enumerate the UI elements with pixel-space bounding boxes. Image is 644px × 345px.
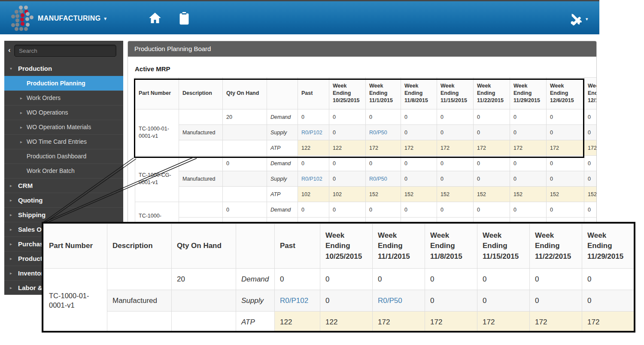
column-header <box>236 224 275 269</box>
logo-dot <box>11 23 15 27</box>
column-header: Week Ending 11/15/2015 <box>437 78 474 109</box>
sidebar-item-label: Shipping <box>18 211 46 218</box>
logo-dot <box>19 6 23 9</box>
sidebar-item-label: Production Planning <box>27 80 85 87</box>
sidebar-item-wo-operations[interactable]: ▸WO Operations <box>4 105 123 120</box>
qty-on-hand-cell <box>223 125 267 140</box>
sidebar-item-label: WO Time Card Entries <box>27 138 87 145</box>
sidebar-item-wo-operation-materials[interactable]: ▸WO Operation Materials <box>4 120 123 134</box>
caret-right-icon: ▸ <box>20 135 22 149</box>
logo-dot <box>15 10 18 14</box>
chevron-down-icon: ▾ <box>104 16 107 21</box>
sidebar-item-quoting[interactable]: ▸Quoting <box>4 193 123 207</box>
value-cell: 0 <box>298 156 329 171</box>
panel-title: Production Planning Board <box>128 41 596 57</box>
value-cell: 152 <box>584 187 597 202</box>
value-cell: 0 <box>437 202 474 218</box>
admin-tools-dropdown[interactable]: ▾ <box>569 11 594 27</box>
value-cell: 152 <box>437 187 474 202</box>
logo-dot <box>26 12 30 16</box>
qty-on-hand-cell: 0 <box>223 156 267 171</box>
caret-right-icon: ▸ <box>20 120 22 134</box>
page: { "navbar": { "brand": "MANUFACTURING", … <box>0 0 644 345</box>
caret-right-icon: ▸ <box>10 208 12 222</box>
search-input[interactable] <box>14 45 116 57</box>
value-cell: 0 <box>275 269 320 290</box>
sidebar-item-work-orders[interactable]: ▸Work Orders <box>4 91 123 105</box>
supply-order-link[interactable]: R0/P50 <box>369 176 387 182</box>
supply-order-link[interactable]: R0/P50 <box>369 130 387 136</box>
value-cell: 0 <box>425 290 477 312</box>
supply-order-link[interactable]: R0/P102 <box>301 176 322 182</box>
value-cell: 0 <box>510 125 547 140</box>
column-header: Week Ending 11/1/2015 <box>366 78 401 109</box>
sidebar-item-wo-time-card-entries[interactable]: ▸WO Time Card Entries <box>4 134 123 149</box>
brand-logo-icon[interactable] <box>11 6 34 31</box>
value-cell: 152 <box>510 187 547 202</box>
caret-right-icon: ▸ <box>20 106 22 120</box>
value-cell: 122 <box>275 312 320 333</box>
sidebar-item-crm[interactable]: ▸CRM <box>4 178 123 193</box>
qty-on-hand-cell <box>172 312 236 333</box>
sidebar-item-production[interactable]: ▾Production <box>4 61 123 76</box>
value-cell: R0/P50 <box>373 290 425 312</box>
logo-dot <box>21 13 24 17</box>
value-cell: 0 <box>474 109 510 125</box>
logo-dot <box>15 18 19 22</box>
mrp-row: TC-1000-0Demand000000000 <box>135 202 597 218</box>
collapse-sidebar-icon[interactable]: ‹ <box>8 46 11 54</box>
qty-on-hand-cell: 0 <box>223 202 267 218</box>
value-cell: 0 <box>329 125 366 140</box>
sidebar-item-shipping[interactable]: ▸Shipping <box>4 207 123 222</box>
value-cell: 0 <box>474 171 510 187</box>
column-header: Description <box>107 224 172 269</box>
sidebar-item-work-order-batch[interactable]: Work Order Batch <box>4 163 123 178</box>
value-cell: 0 <box>401 171 437 187</box>
sidebar-item-label: Product <box>18 255 43 262</box>
clipboard-button[interactable] <box>178 12 192 26</box>
value-cell: 172 <box>366 140 401 156</box>
value-cell: 152 <box>366 187 401 202</box>
logo-dot <box>20 18 24 21</box>
value-cell: 0 <box>320 269 373 290</box>
value-cell: 172 <box>582 312 634 333</box>
value-cell: 0 <box>437 109 474 125</box>
caret-right-icon: ▸ <box>10 251 12 266</box>
value-cell: 172 <box>510 140 547 156</box>
column-header: Past <box>275 224 320 269</box>
sidebar-item-label: WO Operation Materials <box>27 124 91 130</box>
sidebar-item-production-planning[interactable]: Production Planning <box>4 76 123 91</box>
value-cell: 0 <box>437 171 474 187</box>
mrp-row: ATP122122172172172172172172172 <box>135 140 597 156</box>
mrp-row: ATP102102152152152152152152152 <box>135 187 597 202</box>
row-label-cell: ATP <box>267 187 298 202</box>
sidebar-search-row: ‹ <box>4 41 123 61</box>
mrp-row: ManufacturedSupplyR0/P1020R0/P50000000 <box>135 171 597 187</box>
mrp-row: TC-1000-CG-0001-v10Demand000000000 <box>135 156 597 171</box>
value-cell: 0 <box>584 125 597 140</box>
description-cell <box>179 187 223 202</box>
column-header: Week Ending 11/8/2015 <box>425 224 477 269</box>
module-dropdown-label: MANUFACTURING <box>38 15 101 22</box>
row-label-cell: Supply <box>236 290 275 312</box>
value-cell: 0 <box>510 171 547 187</box>
value-cell: 0 <box>530 290 582 312</box>
value-cell: 0 <box>477 290 530 312</box>
qty-on-hand-cell <box>223 187 267 202</box>
supply-order-link[interactable]: R0/P102 <box>301 130 322 136</box>
logo-dot <box>15 14 19 18</box>
module-dropdown[interactable]: MANUFACTURING ▾ <box>38 1 106 36</box>
sidebar-item-production-dashboard[interactable]: Production Dashboard <box>4 149 123 163</box>
value-cell: 172 <box>474 140 510 156</box>
home-button[interactable] <box>149 12 163 26</box>
column-header: Qty On Hand <box>172 224 236 269</box>
supply-order-link: R0/P102 <box>280 297 308 305</box>
row-label-cell: ATP <box>267 140 298 156</box>
value-cell: 0 <box>474 202 510 218</box>
value-cell: 102 <box>298 187 329 202</box>
value-cell: R0/P102 <box>298 125 329 140</box>
section-heading: Active MRP <box>135 65 596 73</box>
value-cell: 0 <box>401 156 437 171</box>
caret-right-icon: ▸ <box>10 237 12 251</box>
description-cell <box>179 156 223 171</box>
